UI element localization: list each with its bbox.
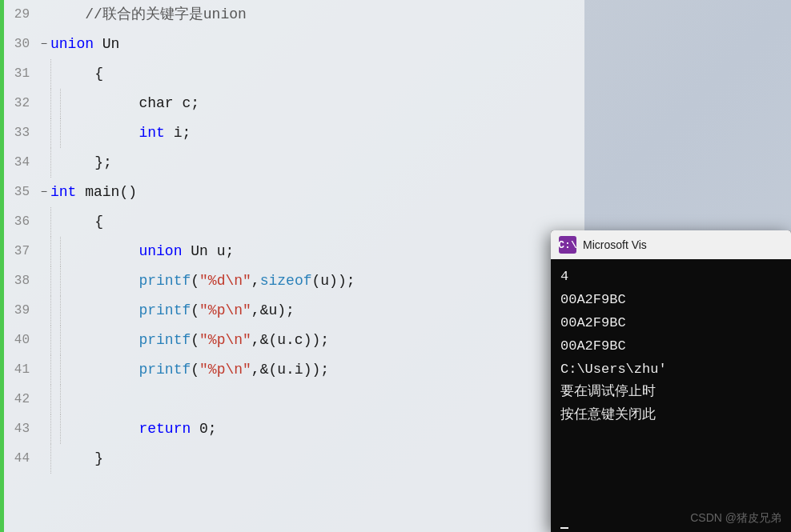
indent-guide — [50, 148, 60, 178]
indent-guide — [50, 237, 60, 266]
line-number: 35 — [4, 178, 38, 207]
terminal-app-icon: C:\ — [559, 236, 576, 254]
indent-guide — [50, 118, 60, 148]
code-text: printf("%d\n",sizeof(u)); — [70, 266, 584, 296]
code-line: 34 }; — [4, 148, 584, 178]
terminal-line: 00A2F9BC — [560, 289, 781, 312]
code-text: } — [60, 444, 584, 474]
code-text: char c; — [70, 89, 584, 118]
line-number: 30 — [4, 30, 38, 59]
code-line: 38 printf("%d\n",sizeof(u)); — [4, 266, 584, 296]
indent-guide — [50, 444, 60, 474]
indent-guide — [60, 355, 70, 385]
token: ,&(u.c)); — [251, 332, 329, 348]
token: ( — [191, 362, 199, 378]
token: printf — [139, 273, 191, 289]
terminal-title: Microsoft Vis — [583, 238, 647, 251]
indent-guide — [50, 59, 60, 89]
code-line: 44 } — [4, 444, 584, 474]
terminal-line: 按任意键关闭此 — [560, 404, 781, 427]
code-text: union Un u; — [70, 237, 584, 266]
token: char c; — [70, 95, 199, 111]
token: Un u; — [182, 243, 234, 259]
token: 0; — [191, 421, 216, 437]
token: "%p\n" — [199, 362, 251, 378]
token: (u)); — [311, 273, 355, 289]
line-number: 31 — [4, 59, 38, 89]
code-line: 32 char c; — [4, 89, 584, 118]
token: printf — [139, 302, 191, 318]
token: return — [139, 421, 191, 437]
indent-guide — [60, 266, 70, 296]
indent-guide — [60, 118, 70, 148]
token: sizeof — [260, 273, 312, 289]
code-line: 43 return 0; — [4, 414, 584, 444]
indent-guide — [50, 326, 60, 355]
token: } — [60, 450, 103, 466]
token: union — [203, 6, 247, 22]
indent-guide — [60, 237, 70, 266]
fold-icon[interactable]: − — [38, 30, 50, 59]
code-text: printf("%p\n",&(u.c)); — [70, 326, 584, 355]
token: //联合的关键字是 — [50, 6, 203, 22]
terminal-line: 00A2F9BC — [560, 312, 781, 335]
line-number: 29 — [4, 0, 38, 30]
line-number: 37 — [4, 237, 38, 266]
token: "%p\n" — [199, 302, 251, 318]
line-number: 38 — [4, 266, 38, 296]
code-line: 29 //联合的关键字是union — [4, 0, 584, 30]
token — [70, 273, 139, 289]
token — [70, 362, 139, 378]
token: union — [50, 36, 94, 52]
terminal-titlebar: C:\ Microsoft Vis — [551, 230, 791, 259]
code-text: //联合的关键字是union — [50, 0, 584, 30]
code-line: 37 union Un u; — [4, 237, 584, 266]
token: i; — [165, 125, 191, 141]
fold-icon[interactable]: − — [38, 178, 50, 207]
green-accent-bar — [0, 0, 4, 532]
indent-guide — [50, 385, 60, 414]
indent-guide — [50, 207, 60, 237]
token: "%p\n" — [199, 332, 251, 348]
code-line: 36 { — [4, 207, 584, 237]
code-line: 41 printf("%p\n",&(u.i)); — [4, 355, 584, 385]
indent-guide — [60, 296, 70, 326]
token: ,&(u.i)); — [251, 362, 329, 378]
code-line: 33 int i; — [4, 118, 584, 148]
token: main() — [76, 184, 137, 200]
code-line: 30−union Un — [4, 30, 584, 59]
line-number: 32 — [4, 89, 38, 118]
code-line: 31 { — [4, 59, 584, 89]
line-number: 39 — [4, 296, 38, 326]
code-text: { — [60, 207, 584, 237]
line-number: 33 — [4, 118, 38, 148]
token: , — [251, 273, 260, 289]
token — [70, 243, 139, 259]
token — [70, 125, 139, 141]
indent-guide — [60, 326, 70, 355]
code-text: printf("%p\n",&u); — [70, 296, 584, 326]
terminal-window[interactable]: C:\ Microsoft Vis 400A2F9BC00A2F9BC00A2F… — [551, 230, 791, 532]
indent-guide — [50, 296, 60, 326]
token — [70, 302, 139, 318]
code-text — [70, 385, 584, 414]
token — [70, 332, 139, 348]
line-number: 41 — [4, 355, 38, 385]
token: ,&u); — [251, 302, 295, 318]
token: { — [60, 66, 103, 82]
token: int — [50, 184, 76, 200]
token: union — [139, 243, 182, 259]
line-number: 36 — [4, 207, 38, 237]
terminal-line: 00A2F9BC — [560, 335, 781, 358]
code-line: 42 — [4, 385, 584, 414]
code-line: 35−int main() — [4, 178, 584, 207]
token: ( — [191, 273, 199, 289]
code-text: int i; — [70, 118, 584, 148]
csdn-watermark: CSDN @猪皮兄弟 — [690, 511, 781, 526]
token: Un — [94, 36, 119, 52]
token: ( — [191, 332, 199, 348]
terminal-line: C:\Users\zhu' — [560, 358, 781, 382]
indent-guide — [60, 89, 70, 118]
token — [70, 421, 139, 437]
line-number: 43 — [4, 414, 38, 444]
